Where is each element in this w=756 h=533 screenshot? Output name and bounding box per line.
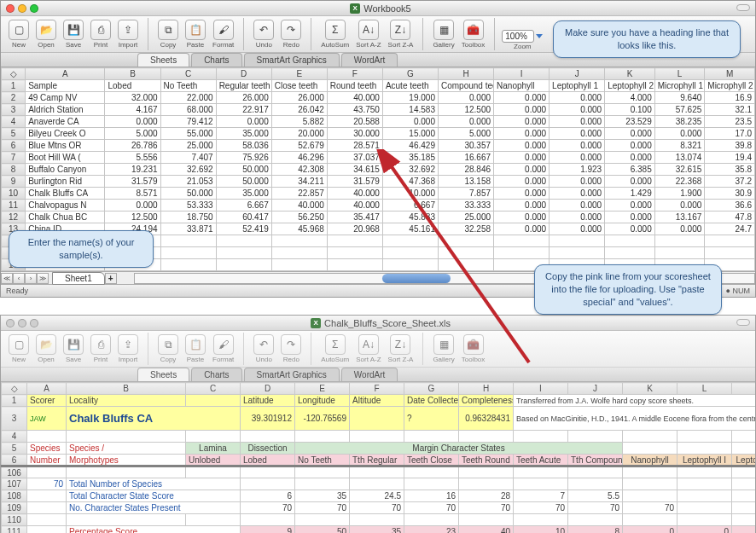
cell[interactable]: 22.857 (271, 188, 327, 200)
cell[interactable] (732, 502, 756, 514)
cell[interactable] (605, 235, 655, 247)
cell[interactable]: 19.000 (382, 92, 438, 104)
cell[interactable]: 0.000 (550, 128, 605, 140)
cell[interactable]: 17.0 (705, 128, 755, 140)
cell[interactable] (550, 247, 605, 259)
cell[interactable] (623, 431, 677, 443)
tab-smartart[interactable]: SmartArt Graphics (244, 53, 340, 67)
cell[interactable]: Unlobed (186, 455, 241, 466)
cell[interactable]: Based on MacGinitie, H.D., 1941. A middl… (514, 407, 756, 431)
cell[interactable]: 0.000 (605, 140, 655, 152)
cell[interactable] (271, 259, 327, 271)
cell[interactable]: 6.667 (216, 200, 271, 211)
cell[interactable]: 12.500 (105, 211, 160, 223)
cell[interactable]: 75.926 (216, 152, 271, 164)
cell[interactable]: 32.615 (654, 164, 705, 176)
row-header[interactable]: 8 (2, 164, 26, 176)
cell[interactable] (350, 514, 404, 526)
cell[interactable]: H (459, 383, 514, 395)
cell[interactable]: Sample (26, 80, 105, 92)
cell[interactable]: Longitude (295, 395, 350, 407)
cell[interactable]: 35 (295, 490, 350, 502)
tab-charts[interactable]: Charts (191, 368, 241, 381)
cell[interactable]: Nanophyll (494, 80, 550, 92)
cell[interactable]: 1 (732, 526, 756, 534)
cell[interactable] (459, 478, 514, 490)
cell[interactable] (67, 514, 186, 526)
cell[interactable] (732, 466, 756, 478)
open-button[interactable]: 📂Open (33, 333, 59, 365)
cell[interactable] (654, 247, 705, 259)
cell[interactable] (732, 431, 756, 443)
col-header[interactable]: D (216, 68, 271, 80)
cell[interactable]: L (677, 383, 732, 395)
cell[interactable] (732, 478, 756, 490)
zoom-icon[interactable] (30, 4, 38, 13)
zoom-value[interactable]: 100% (502, 30, 534, 43)
cell[interactable]: 0.000 (654, 200, 705, 211)
cell[interactable] (654, 235, 705, 247)
tab-wordart[interactable]: WordArt (341, 53, 398, 67)
col-header[interactable]: B (105, 68, 160, 80)
cell[interactable]: Lamina (186, 443, 241, 455)
cell[interactable] (350, 478, 404, 490)
cell[interactable]: 0 (677, 526, 732, 534)
cell[interactable]: 26.000 (216, 92, 271, 104)
cell[interactable]: 1.429 (605, 188, 655, 200)
zoom-dropdown-icon[interactable] (536, 34, 543, 38)
cell[interactable] (271, 235, 327, 247)
cell[interactable]: 106 (2, 466, 27, 478)
cell[interactable] (623, 514, 677, 526)
row-header[interactable]: 9 (2, 176, 26, 188)
cell[interactable]: No. Character States Present (67, 502, 241, 514)
cell[interactable] (216, 235, 271, 247)
cell[interactable] (27, 514, 67, 526)
cell[interactable]: 28 (459, 490, 514, 502)
cell[interactable]: Tth Compound (568, 455, 623, 466)
cell[interactable] (705, 247, 755, 259)
cell[interactable]: 52.419 (216, 223, 271, 235)
new-button[interactable]: ▢New (6, 18, 32, 50)
minimize-icon[interactable] (18, 319, 26, 327)
cell[interactable] (67, 431, 186, 443)
new-button[interactable]: ▢New (6, 333, 32, 365)
cell[interactable] (295, 478, 350, 490)
cell[interactable] (241, 514, 295, 526)
cell[interactable]: 0.000 (494, 104, 550, 116)
cell[interactable]: 22.000 (160, 92, 216, 104)
copy-button[interactable]: ⧉Copy (155, 333, 181, 365)
cell[interactable]: 26.786 (105, 140, 160, 152)
undo-button[interactable]: ↶Undo (251, 333, 276, 365)
cell[interactable] (623, 478, 677, 490)
cell[interactable]: Morphotypes (67, 455, 186, 466)
cell[interactable] (677, 466, 732, 478)
cell[interactable]: 8 (568, 526, 623, 534)
cell[interactable]: -120.76569 (295, 407, 350, 431)
cell[interactable]: 70 (241, 502, 295, 514)
cell[interactable]: Scorer (27, 395, 67, 407)
cell[interactable]: 22.917 (216, 104, 271, 116)
toolbox-button[interactable]: 🧰Toolbox (459, 18, 488, 50)
cell[interactable] (350, 431, 404, 443)
cell[interactable]: 18.750 (160, 211, 216, 223)
cell[interactable]: Chalk Bluffs CA (26, 188, 105, 200)
row-header[interactable]: 12 (2, 211, 26, 223)
titlebar[interactable]: XWorkbook5 (1, 1, 755, 16)
cell[interactable]: 50 (295, 526, 350, 534)
cell[interactable]: 39.301912 (241, 407, 295, 431)
cell[interactable] (732, 443, 756, 455)
cell[interactable]: 12.500 (438, 104, 493, 116)
cell[interactable] (732, 490, 756, 502)
cell[interactable]: 40.000 (271, 200, 327, 211)
row-header[interactable]: 4 (2, 116, 26, 128)
cell[interactable]: Dissection (241, 443, 295, 455)
cell[interactable]: 5.000 (438, 128, 493, 140)
row-header[interactable]: 1 (2, 80, 26, 92)
format-button[interactable]: 🖌Format (210, 333, 236, 365)
autosum-button[interactable]: ΣAutoSum (318, 333, 352, 365)
cell[interactable] (241, 431, 295, 443)
cell[interactable] (677, 514, 732, 526)
cell[interactable]: 0.000 (438, 116, 493, 128)
cell[interactable]: 40 (459, 526, 514, 534)
cell[interactable]: Bilyeu Creek O (26, 128, 105, 140)
